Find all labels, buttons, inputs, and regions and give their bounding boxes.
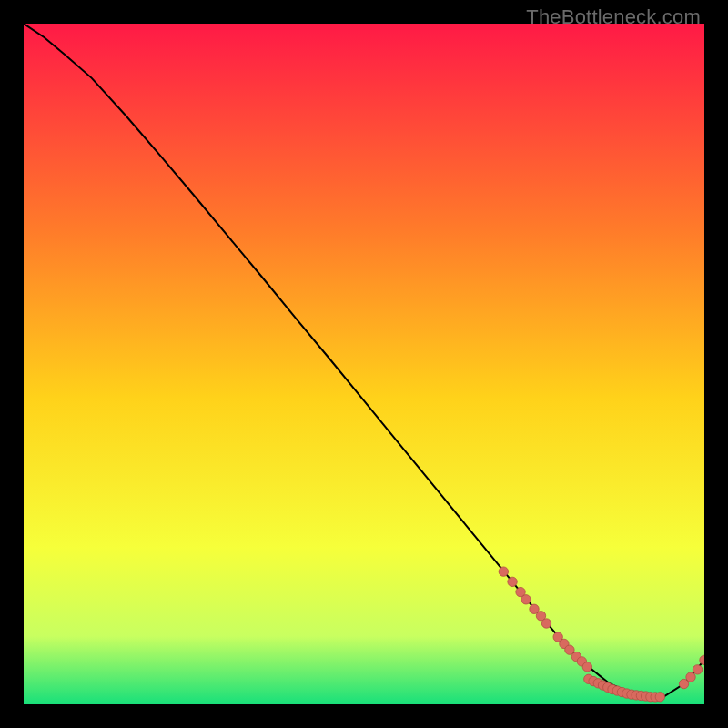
plot-area: [24, 24, 704, 704]
chart-svg: [24, 24, 704, 704]
gradient-background: [24, 24, 704, 704]
data-point: [582, 662, 592, 672]
data-point: [655, 693, 664, 702]
data-point: [521, 595, 531, 604]
data-point: [499, 567, 508, 576]
data-point: [541, 619, 551, 628]
data-point: [693, 665, 702, 674]
chart-stage: TheBottleneck.com: [0, 0, 728, 728]
data-point: [508, 577, 517, 586]
data-point: [686, 672, 695, 682]
